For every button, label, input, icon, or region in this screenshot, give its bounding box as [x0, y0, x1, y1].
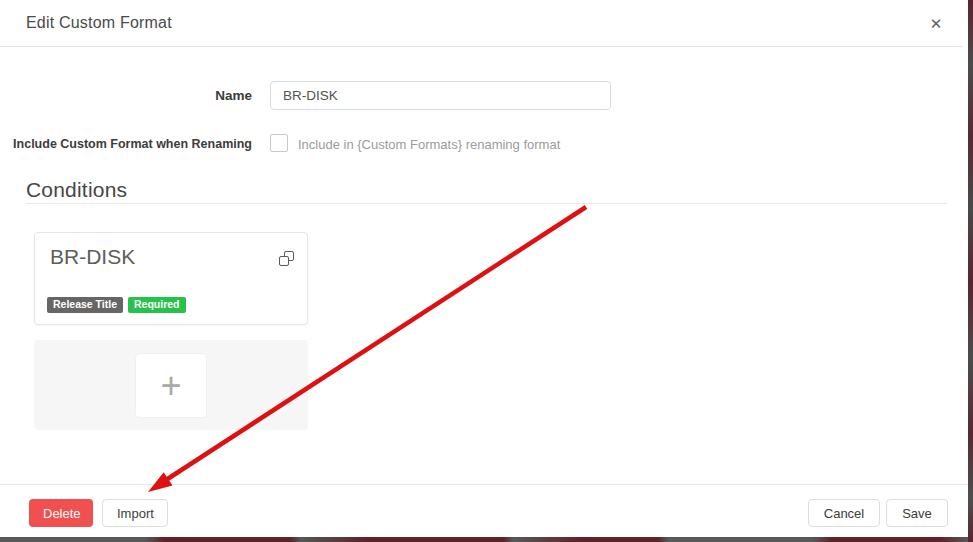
badge-required: Required	[128, 297, 186, 313]
include-renaming-checkbox[interactable]	[270, 134, 288, 152]
modal-title: Edit Custom Format	[26, 14, 172, 32]
condition-title: BR-DISK	[50, 245, 135, 269]
cancel-button[interactable]: Cancel	[808, 499, 880, 527]
modal-header: Edit Custom Format ✕	[0, 0, 963, 47]
condition-card-br-disk[interactable]: BR-DISK Release Title Required	[34, 232, 308, 325]
close-icon[interactable]: ✕	[925, 13, 947, 35]
clone-icon[interactable]	[279, 251, 294, 266]
name-input[interactable]	[270, 81, 611, 110]
include-renaming-label: Include Custom Format when Renaming	[0, 137, 252, 151]
footer-divider	[0, 484, 968, 485]
conditions-heading: Conditions	[26, 178, 127, 202]
page-edge-right	[968, 0, 973, 542]
name-label: Name	[0, 88, 252, 103]
page-edge-bottom	[0, 537, 968, 542]
edit-custom-format-modal: Edit Custom Format ✕ Name Include Custom…	[0, 0, 973, 542]
condition-badges: Release Title Required	[47, 297, 186, 313]
import-button[interactable]: Import	[102, 499, 168, 527]
delete-button[interactable]: Delete	[29, 499, 93, 527]
add-condition-button[interactable]: +	[135, 353, 207, 418]
conditions-divider	[26, 203, 947, 204]
save-button[interactable]: Save	[886, 499, 948, 527]
badge-release-title: Release Title	[47, 297, 123, 313]
add-condition-card: +	[34, 340, 308, 430]
include-renaming-help-text: Include in {Custom Formats} renaming for…	[298, 137, 560, 152]
